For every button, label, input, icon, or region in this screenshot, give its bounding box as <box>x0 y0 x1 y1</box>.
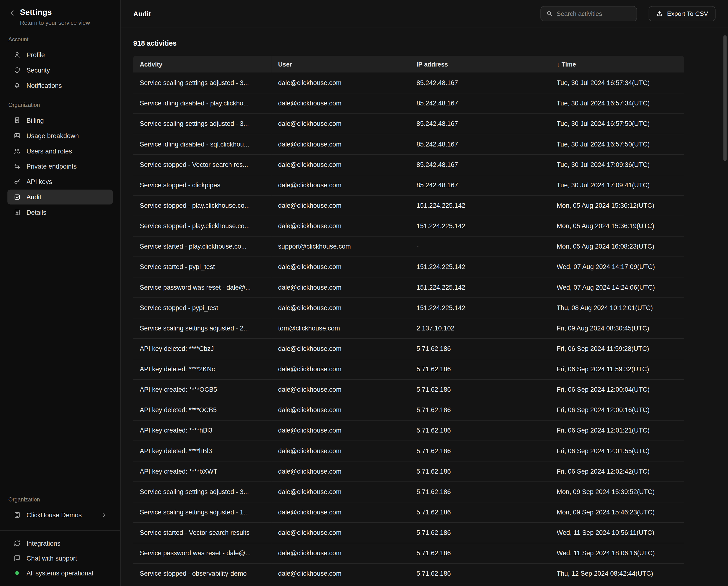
activity-cell: Service idling disabled - play.clickho..… <box>133 93 271 113</box>
user-cell: dale@clickhouse.com <box>271 154 410 175</box>
search-input[interactable] <box>556 10 631 17</box>
table-row: Service started - pypi_testdale@clickhou… <box>133 257 684 277</box>
sidebar-item-label: Details <box>26 209 46 216</box>
column-header-label: Time <box>562 61 576 68</box>
ip-cell: 85.242.48.167 <box>410 93 550 113</box>
scrollbar-track[interactable] <box>723 29 727 584</box>
time-cell: Fri, 06 Sep 2024 11:59:32(UTC) <box>550 359 684 379</box>
user-cell: dale@clickhouse.com <box>271 543 410 563</box>
sidebar-item-usage-breakdown[interactable]: Usage breakdown <box>7 128 113 143</box>
user-cell: tom@clickhouse.com <box>271 318 410 338</box>
scrollbar-thumb[interactable] <box>723 35 727 161</box>
sidebar-header: Settings Return to your service view <box>0 0 120 28</box>
footer-item-all-systems-operational[interactable]: All systems operational <box>7 566 113 580</box>
footer-item-integrations[interactable]: Integrations <box>7 536 113 550</box>
sidebar-item-users-and-roles[interactable]: Users and roles <box>7 144 113 158</box>
return-to-service-link[interactable]: Return to your service view <box>20 20 90 26</box>
time-cell: Mon, 09 Sep 2024 15:39:52(UTC) <box>550 482 684 502</box>
column-header-time[interactable]: ↓Time <box>550 56 684 73</box>
user-cell: dale@clickhouse.com <box>271 522 410 543</box>
ip-cell: 5.71.62.186 <box>410 461 550 482</box>
user-cell: dale@clickhouse.com <box>271 195 410 216</box>
activity-cell: Service stopped - clickpipes <box>133 175 271 195</box>
table-row: API key deleted: ****hBl3dale@clickhouse… <box>133 440 684 461</box>
export-csv-button[interactable]: Export To CSV <box>649 6 716 21</box>
sidebar-item-billing[interactable]: Billing <box>7 113 113 128</box>
back-button[interactable] <box>8 9 17 18</box>
user-cell: dale@clickhouse.com <box>271 400 410 420</box>
users-icon <box>14 147 21 155</box>
sidebar-item-notifications[interactable]: Notifications <box>7 78 113 93</box>
column-header-activity[interactable]: Activity <box>133 56 271 73</box>
user-cell: dale@clickhouse.com <box>271 482 410 502</box>
table-row: API key created: ****OCB5dale@clickhouse… <box>133 379 684 400</box>
chevron-left-icon <box>9 9 16 17</box>
audit-page: Audit Export To CSV 918 activities <box>121 0 728 586</box>
time-cell: Wed, 07 Aug 2024 14:17:09(UTC) <box>550 257 684 277</box>
table-row: API key created: ****bXWTdale@clickhouse… <box>133 461 684 482</box>
ip-cell: 85.242.48.167 <box>410 113 550 134</box>
user-cell: dale@clickhouse.com <box>271 73 410 93</box>
org-switcher-label: ClickHouse Demos <box>26 511 82 519</box>
table-row: Service stopped - pypi_testdale@clickhou… <box>133 297 684 318</box>
sidebar-item-api-keys[interactable]: API keys <box>7 174 113 189</box>
user-cell: dale@clickhouse.com <box>271 420 410 440</box>
table-row: Service stopped - clickpipesdale@clickho… <box>133 175 684 195</box>
swap-arrows-icon <box>14 163 21 170</box>
ip-cell: 151.224.225.142 <box>410 297 550 318</box>
time-cell: Fri, 06 Sep 2024 12:02:42(UTC) <box>550 461 684 482</box>
activity-cell: Service scaling settings adjusted - 2... <box>133 318 271 338</box>
time-cell: Wed, 11 Sep 2024 10:56:11(UTC) <box>550 522 684 543</box>
footer-item-label: Integrations <box>26 539 60 547</box>
ip-cell: 5.71.62.186 <box>410 440 550 461</box>
column-header-label: User <box>278 61 292 68</box>
table-row: Service scaling settings adjusted - 3...… <box>133 113 684 134</box>
activity-cell: Service password was reset - dale@... <box>133 277 271 297</box>
activity-cell: API key created: ****hBl3 <box>133 420 271 440</box>
sidebar-item-details[interactable]: Details <box>7 205 113 220</box>
user-icon <box>14 51 21 58</box>
sidebar-item-security[interactable]: Security <box>7 63 113 78</box>
column-header-user[interactable]: User <box>271 56 410 73</box>
time-cell: Fri, 06 Sep 2024 12:01:21(UTC) <box>550 420 684 440</box>
audit-content: 918 activities ActivityUserIP address↓Ti… <box>121 27 728 586</box>
user-cell: dale@clickhouse.com <box>271 277 410 297</box>
activity-cell: API key created: ****bXWT <box>133 461 271 482</box>
user-cell: dale@clickhouse.com <box>271 461 410 482</box>
sidebar-footer: IntegrationsChat with supportAll systems… <box>0 530 120 586</box>
activity-cell: Service started - Vector search results <box>133 522 271 543</box>
chat-icon <box>14 554 21 562</box>
table-row: Service password was reset - dale@...dal… <box>133 277 684 297</box>
table-row: Service scaling settings adjusted - 3...… <box>133 482 684 502</box>
activity-cell: Service idling disabled - sql.clickhou..… <box>133 134 271 154</box>
activity-cell: Service stopped - Vector search res... <box>133 154 271 175</box>
user-cell: dale@clickhouse.com <box>271 175 410 195</box>
org-switcher[interactable]: ClickHouse Demos <box>7 508 113 522</box>
table-row: Service stopped - play.clickhouse.co...d… <box>133 195 684 216</box>
time-cell: Tue, 30 Jul 2024 16:57:34(UTC) <box>550 93 684 113</box>
table-header-row: ActivityUserIP address↓Time <box>133 56 684 73</box>
sidebar-item-audit[interactable]: Audit <box>7 190 113 204</box>
footer-item-chat-with-support[interactable]: Chat with support <box>7 551 113 565</box>
activity-cell: API key deleted: ****2KNc <box>133 359 271 379</box>
bell-icon <box>14 82 21 89</box>
user-cell: dale@clickhouse.com <box>271 563 410 584</box>
user-cell: dale@clickhouse.com <box>271 93 410 113</box>
sidebar-item-label: Usage breakdown <box>26 132 79 140</box>
ip-cell: 85.242.48.167 <box>410 134 550 154</box>
table-row: Service stopped - play.clickhouse.co...d… <box>133 216 684 236</box>
export-csv-label: Export To CSV <box>667 10 708 17</box>
ip-cell: 151.224.225.142 <box>410 277 550 297</box>
sidebar-item-private-endpoints[interactable]: Private endpoints <box>7 159 113 174</box>
ip-cell: - <box>410 236 550 257</box>
activity-cell: API key deleted: ****hBl3 <box>133 440 271 461</box>
sidebar-item-label: Profile <box>26 51 45 58</box>
activity-cell: API key deleted: ****CbzJ <box>133 338 271 359</box>
sidebar-item-profile[interactable]: Profile <box>7 47 113 62</box>
column-header-ip-address[interactable]: IP address <box>410 56 550 73</box>
time-cell: Tue, 30 Jul 2024 17:09:41(UTC) <box>550 175 684 195</box>
activity-cell: Service stopped - play.clickhouse.co... <box>133 216 271 236</box>
activity-cell: Service scaling settings adjusted - 3... <box>133 113 271 134</box>
ip-cell: 5.71.62.186 <box>410 482 550 502</box>
key-icon <box>14 178 21 186</box>
